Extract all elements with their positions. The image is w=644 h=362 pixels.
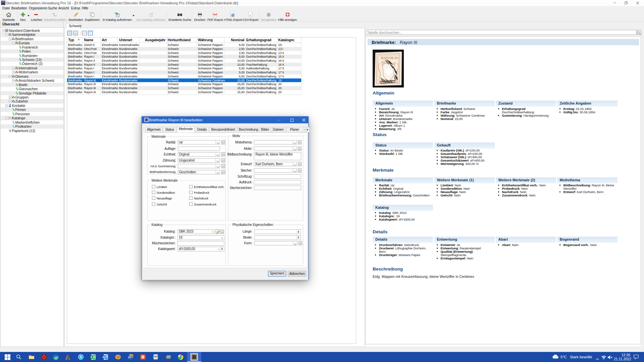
svg-text:A: A [65, 354, 70, 361]
svg-text:S: S [80, 355, 82, 359]
svg-text:X: X [91, 355, 93, 359]
svg-text:PDF: PDF [213, 13, 217, 16]
svg-text:RAYON III: RAYON III [381, 56, 398, 60]
svg-text:W: W [103, 356, 105, 359]
